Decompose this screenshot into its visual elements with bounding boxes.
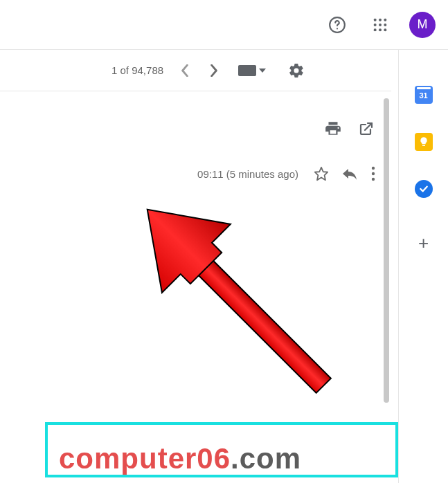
prev-button[interactable] <box>170 56 199 85</box>
more-options-icon[interactable] <box>370 166 376 181</box>
open-in-new-icon[interactable] <box>357 119 376 138</box>
chevron-down-icon <box>259 69 266 73</box>
add-addon-button[interactable]: + <box>418 234 429 252</box>
scrollbar[interactable] <box>384 98 389 403</box>
tasks-app-icon[interactable] <box>415 180 433 198</box>
pagination-counter: 1 of 94,788 <box>111 64 163 76</box>
conversation-toolbar: 1 of 94,788 <box>0 50 391 91</box>
svg-point-10 <box>384 28 386 31</box>
apps-grid-icon[interactable] <box>366 11 394 39</box>
svg-point-4 <box>384 18 386 21</box>
keyboard-icon <box>238 65 256 76</box>
star-icon[interactable] <box>314 166 329 181</box>
svg-point-3 <box>379 18 382 21</box>
watermark-part1: computer06 <box>59 442 231 475</box>
message-meta-row: 09:11 (5 minutes ago) <box>197 166 376 181</box>
watermark-part2: .com <box>231 442 301 475</box>
print-icon[interactable] <box>323 119 343 138</box>
svg-marker-11 <box>259 69 266 73</box>
svg-marker-13 <box>315 167 328 180</box>
avatar-initial: M <box>418 17 428 32</box>
watermark: computer06.com <box>59 442 301 475</box>
svg-point-7 <box>384 23 386 26</box>
message-actions-top <box>323 119 376 138</box>
reply-icon[interactable] <box>341 167 358 181</box>
side-panel: 31 + <box>398 50 448 483</box>
content-area: 09:11 (5 minutes ago) <box>0 91 391 423</box>
next-button[interactable] <box>199 56 229 85</box>
svg-point-6 <box>379 23 382 26</box>
top-bar: M <box>0 0 448 50</box>
input-tools-dropdown[interactable] <box>235 62 269 79</box>
svg-point-8 <box>374 28 377 31</box>
app-frame: { "header": { "avatar_initial": "M" }, "… <box>0 0 448 483</box>
svg-point-9 <box>379 28 382 31</box>
keep-app-icon[interactable] <box>415 133 433 151</box>
svg-point-14 <box>372 167 375 170</box>
svg-point-16 <box>372 178 375 181</box>
settings-gear-icon[interactable] <box>283 57 310 84</box>
svg-point-1 <box>337 28 338 29</box>
svg-point-15 <box>372 172 375 175</box>
message-timestamp: 09:11 (5 minutes ago) <box>197 168 298 180</box>
help-icon[interactable] <box>323 11 351 39</box>
svg-point-5 <box>374 23 377 26</box>
calendar-day: 31 <box>415 91 433 100</box>
calendar-app-icon[interactable]: 31 <box>415 86 433 104</box>
account-avatar[interactable]: M <box>409 12 436 38</box>
svg-point-2 <box>374 18 377 21</box>
